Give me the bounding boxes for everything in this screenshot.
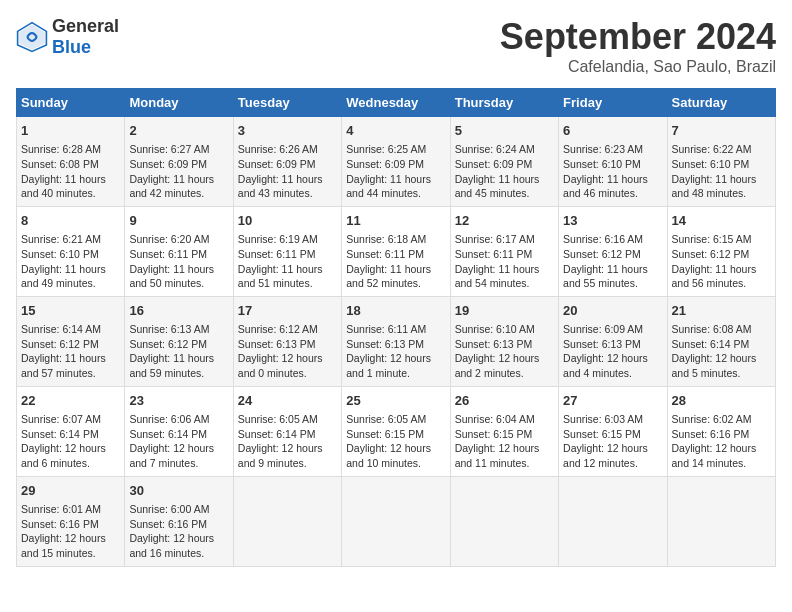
title-area: September 2024 Cafelandia, Sao Paulo, Br… [500, 16, 776, 76]
day-number: 14 [672, 212, 771, 230]
sunrise-text: Sunrise: 6:24 AM [455, 143, 535, 155]
daylight-text: Daylight: 11 hours and 45 minutes. [455, 173, 540, 200]
day-number: 12 [455, 212, 554, 230]
sunset-text: Sunset: 6:16 PM [672, 428, 750, 440]
daylight-text: Daylight: 11 hours and 59 minutes. [129, 352, 214, 379]
daylight-text: Daylight: 12 hours and 0 minutes. [238, 352, 323, 379]
sunrise-text: Sunrise: 6:00 AM [129, 503, 209, 515]
main-title: September 2024 [500, 16, 776, 58]
day-header-thursday: Thursday [450, 89, 558, 117]
daylight-text: Daylight: 11 hours and 46 minutes. [563, 173, 648, 200]
calendar-cell: 13Sunrise: 6:16 AMSunset: 6:12 PMDayligh… [559, 206, 667, 296]
day-number: 27 [563, 392, 662, 410]
day-number: 11 [346, 212, 445, 230]
calendar-cell: 21Sunrise: 6:08 AMSunset: 6:14 PMDayligh… [667, 296, 775, 386]
sunset-text: Sunset: 6:12 PM [21, 338, 99, 350]
calendar-cell: 16Sunrise: 6:13 AMSunset: 6:12 PMDayligh… [125, 296, 233, 386]
sunset-text: Sunset: 6:11 PM [346, 248, 424, 260]
day-header-tuesday: Tuesday [233, 89, 341, 117]
daylight-text: Daylight: 11 hours and 52 minutes. [346, 263, 431, 290]
sunrise-text: Sunrise: 6:04 AM [455, 413, 535, 425]
day-header-wednesday: Wednesday [342, 89, 450, 117]
day-number: 22 [21, 392, 120, 410]
sunset-text: Sunset: 6:10 PM [672, 158, 750, 170]
calendar-cell: 28Sunrise: 6:02 AMSunset: 6:16 PMDayligh… [667, 386, 775, 476]
sunrise-text: Sunrise: 6:23 AM [563, 143, 643, 155]
calendar-cell: 1Sunrise: 6:28 AMSunset: 6:08 PMDaylight… [17, 117, 125, 207]
sunrise-text: Sunrise: 6:12 AM [238, 323, 318, 335]
calendar-cell [233, 476, 341, 566]
sunrise-text: Sunrise: 6:13 AM [129, 323, 209, 335]
calendar-table: SundayMondayTuesdayWednesdayThursdayFrid… [16, 88, 776, 567]
sunset-text: Sunset: 6:10 PM [563, 158, 641, 170]
sunrise-text: Sunrise: 6:26 AM [238, 143, 318, 155]
sunrise-text: Sunrise: 6:09 AM [563, 323, 643, 335]
calendar-cell: 3Sunrise: 6:26 AMSunset: 6:09 PMDaylight… [233, 117, 341, 207]
daylight-text: Daylight: 11 hours and 44 minutes. [346, 173, 431, 200]
daylight-text: Daylight: 11 hours and 49 minutes. [21, 263, 106, 290]
day-header-monday: Monday [125, 89, 233, 117]
calendar-cell: 11Sunrise: 6:18 AMSunset: 6:11 PMDayligh… [342, 206, 450, 296]
day-number: 19 [455, 302, 554, 320]
calendar-cell: 15Sunrise: 6:14 AMSunset: 6:12 PMDayligh… [17, 296, 125, 386]
sunset-text: Sunset: 6:15 PM [346, 428, 424, 440]
calendar-week-row: 29Sunrise: 6:01 AMSunset: 6:16 PMDayligh… [17, 476, 776, 566]
sunset-text: Sunset: 6:09 PM [129, 158, 207, 170]
sunrise-text: Sunrise: 6:21 AM [21, 233, 101, 245]
sunrise-text: Sunrise: 6:01 AM [21, 503, 101, 515]
calendar-cell: 14Sunrise: 6:15 AMSunset: 6:12 PMDayligh… [667, 206, 775, 296]
sunrise-text: Sunrise: 6:18 AM [346, 233, 426, 245]
sunset-text: Sunset: 6:09 PM [346, 158, 424, 170]
day-number: 16 [129, 302, 228, 320]
sunset-text: Sunset: 6:13 PM [238, 338, 316, 350]
sunset-text: Sunset: 6:10 PM [21, 248, 99, 260]
sunset-text: Sunset: 6:13 PM [346, 338, 424, 350]
daylight-text: Daylight: 12 hours and 11 minutes. [455, 442, 540, 469]
sunset-text: Sunset: 6:09 PM [455, 158, 533, 170]
sunrise-text: Sunrise: 6:19 AM [238, 233, 318, 245]
day-header-sunday: Sunday [17, 89, 125, 117]
logo-icon [16, 21, 48, 53]
calendar-cell: 7Sunrise: 6:22 AMSunset: 6:10 PMDaylight… [667, 117, 775, 207]
calendar-header-row: SundayMondayTuesdayWednesdayThursdayFrid… [17, 89, 776, 117]
sunset-text: Sunset: 6:15 PM [455, 428, 533, 440]
sunset-text: Sunset: 6:14 PM [238, 428, 316, 440]
day-number: 5 [455, 122, 554, 140]
sunrise-text: Sunrise: 6:10 AM [455, 323, 535, 335]
calendar-week-row: 1Sunrise: 6:28 AMSunset: 6:08 PMDaylight… [17, 117, 776, 207]
logo-blue: Blue [52, 37, 91, 57]
sunset-text: Sunset: 6:16 PM [129, 518, 207, 530]
calendar-cell: 2Sunrise: 6:27 AMSunset: 6:09 PMDaylight… [125, 117, 233, 207]
sunrise-text: Sunrise: 6:28 AM [21, 143, 101, 155]
daylight-text: Daylight: 11 hours and 48 minutes. [672, 173, 757, 200]
calendar-cell [450, 476, 558, 566]
daylight-text: Daylight: 11 hours and 43 minutes. [238, 173, 323, 200]
daylight-text: Daylight: 11 hours and 57 minutes. [21, 352, 106, 379]
daylight-text: Daylight: 12 hours and 9 minutes. [238, 442, 323, 469]
sunrise-text: Sunrise: 6:07 AM [21, 413, 101, 425]
sunrise-text: Sunrise: 6:11 AM [346, 323, 426, 335]
daylight-text: Daylight: 11 hours and 50 minutes. [129, 263, 214, 290]
calendar-cell: 18Sunrise: 6:11 AMSunset: 6:13 PMDayligh… [342, 296, 450, 386]
daylight-text: Daylight: 11 hours and 56 minutes. [672, 263, 757, 290]
sunset-text: Sunset: 6:12 PM [563, 248, 641, 260]
sunset-text: Sunset: 6:11 PM [129, 248, 207, 260]
day-header-saturday: Saturday [667, 89, 775, 117]
day-number: 8 [21, 212, 120, 230]
daylight-text: Daylight: 12 hours and 16 minutes. [129, 532, 214, 559]
day-number: 2 [129, 122, 228, 140]
sunset-text: Sunset: 6:12 PM [129, 338, 207, 350]
calendar-cell: 30Sunrise: 6:00 AMSunset: 6:16 PMDayligh… [125, 476, 233, 566]
sunrise-text: Sunrise: 6:17 AM [455, 233, 535, 245]
day-header-friday: Friday [559, 89, 667, 117]
day-number: 21 [672, 302, 771, 320]
day-number: 7 [672, 122, 771, 140]
sunset-text: Sunset: 6:11 PM [455, 248, 533, 260]
day-number: 25 [346, 392, 445, 410]
sunrise-text: Sunrise: 6:06 AM [129, 413, 209, 425]
sunrise-text: Sunrise: 6:25 AM [346, 143, 426, 155]
calendar-cell: 23Sunrise: 6:06 AMSunset: 6:14 PMDayligh… [125, 386, 233, 476]
sunrise-text: Sunrise: 6:03 AM [563, 413, 643, 425]
sunset-text: Sunset: 6:12 PM [672, 248, 750, 260]
sunrise-text: Sunrise: 6:15 AM [672, 233, 752, 245]
